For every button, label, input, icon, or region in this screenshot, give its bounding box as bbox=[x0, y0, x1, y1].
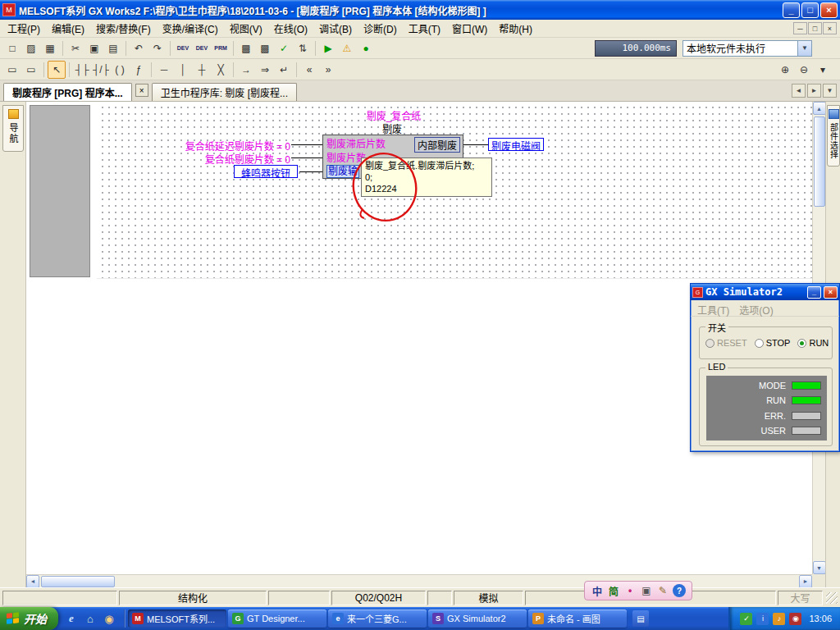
simulator-menu-tools[interactable]: 工具(T) bbox=[697, 303, 729, 313]
float-window-icon[interactable]: ▭ bbox=[22, 61, 40, 79]
show-desktop-icon[interactable]: ⌂ bbox=[83, 611, 98, 626]
fb-instance-title[interactable]: 剔废_复合纸 bbox=[328, 108, 459, 122]
menu-debug[interactable]: 调试(B) bbox=[313, 20, 358, 37]
watch-warning-icon[interactable]: ⚠ bbox=[338, 39, 356, 57]
menu-edit[interactable]: 编辑(E) bbox=[46, 20, 90, 37]
minimize-button[interactable]: _ bbox=[783, 2, 800, 18]
navigation-panel-tab[interactable]: 导航 bbox=[2, 105, 24, 152]
menu-find-replace[interactable]: 搜索/替换(F) bbox=[90, 20, 157, 37]
monitor-start-icon[interactable]: ▶ bbox=[319, 39, 337, 57]
radio-run-circle[interactable] bbox=[797, 339, 806, 348]
tab-library[interactable]: 卫生巾程序库: 剔废 [剔废程... bbox=[152, 83, 297, 101]
fb-input-pin-1[interactable]: 剔废滞后片数 bbox=[326, 136, 386, 150]
tab-scroll-left-icon[interactable]: ◄ bbox=[792, 84, 806, 98]
ime-softkeyboard-icon[interactable]: ▣ bbox=[640, 584, 653, 597]
media-player-icon[interactable]: ◉ bbox=[102, 611, 116, 626]
function-block-icon[interactable]: ƒ bbox=[130, 61, 148, 79]
mdi-minimize-button[interactable]: ─ bbox=[793, 22, 807, 34]
device-memory-icon[interactable]: DEV bbox=[193, 39, 211, 57]
mdi-close-button[interactable]: × bbox=[823, 22, 837, 34]
rebuild-all-icon[interactable]: ▩ bbox=[256, 39, 274, 57]
tab-program-body[interactable]: 剔废程序 [PRG] 程序本... bbox=[3, 83, 132, 101]
paste-icon[interactable]: ▤ bbox=[104, 39, 122, 57]
tray-update-icon[interactable]: ◉ bbox=[789, 613, 801, 625]
output-label-icon[interactable]: » bbox=[319, 61, 337, 79]
menu-compile[interactable]: 变换/编译(C) bbox=[157, 20, 224, 37]
input-operand-2[interactable]: 复合纸剔废片数 = 0 bbox=[158, 152, 290, 166]
menu-tools[interactable]: 工具(T) bbox=[403, 20, 446, 37]
build-icon[interactable]: ▩ bbox=[237, 39, 255, 57]
cut-icon[interactable]: ✂ bbox=[66, 39, 84, 57]
input-operand-3[interactable]: 蜂鸣器按钮 bbox=[234, 165, 298, 178]
taskbar-button-browser[interactable]: e 来一个三菱G... bbox=[328, 609, 427, 628]
combo-dropdown-icon[interactable]: ▼ bbox=[797, 41, 811, 56]
input-operand-1[interactable]: 复合纸延迟剔废片数 = 0 bbox=[141, 139, 290, 153]
scroll-right-icon[interactable]: ► bbox=[799, 575, 812, 588]
copy-icon[interactable]: ▣ bbox=[85, 39, 103, 57]
radio-stop[interactable]: STOP bbox=[755, 338, 791, 348]
tab-list-dropdown-icon[interactable]: ▼ bbox=[823, 84, 837, 98]
tray-antivirus-icon[interactable]: ✓ bbox=[740, 613, 752, 625]
closed-contact-icon[interactable]: ┤/├ bbox=[92, 61, 110, 79]
ime-simplified-icon[interactable]: 简 bbox=[607, 584, 620, 597]
ime-help-icon[interactable]: ? bbox=[673, 584, 686, 597]
simulator-close-button[interactable]: × bbox=[824, 286, 838, 299]
coil-icon[interactable]: ( ) bbox=[111, 61, 129, 79]
open-project-icon[interactable]: ▨ bbox=[22, 39, 40, 57]
menu-view[interactable]: 视图(V) bbox=[224, 20, 268, 37]
taskbar-button-gx-simulator[interactable]: S GX Simulator2 bbox=[428, 609, 527, 628]
element-selection-panel-tab[interactable]: 部件选择 bbox=[827, 105, 840, 167]
fb-output-pin[interactable]: 内部剔废 bbox=[414, 137, 460, 153]
ime-tools-icon[interactable]: ✎ bbox=[656, 584, 669, 597]
simulation-icon[interactable]: ● bbox=[357, 39, 375, 57]
vertical-scroll-thumb[interactable] bbox=[814, 116, 825, 207]
device-comment-icon[interactable]: DEV bbox=[174, 39, 192, 57]
program-check-icon[interactable]: ✓ bbox=[275, 39, 293, 57]
dock-window-icon[interactable]: ▭ bbox=[3, 61, 21, 79]
close-button[interactable]: × bbox=[820, 2, 838, 18]
zoom-in-icon[interactable]: ⊕ bbox=[776, 61, 794, 79]
undo-icon[interactable]: ↶ bbox=[130, 39, 148, 57]
open-contact-icon[interactable]: ┤├ bbox=[73, 61, 91, 79]
fb-type-name[interactable]: 剔废 bbox=[328, 121, 456, 135]
taskbar-button-gt-designer[interactable]: G GT Designer... bbox=[228, 609, 326, 628]
menu-online[interactable]: 在线(O) bbox=[268, 20, 313, 37]
scroll-down-icon[interactable]: ▼ bbox=[813, 561, 826, 574]
write-to-plc-icon[interactable]: ⇅ bbox=[294, 39, 312, 57]
redo-icon[interactable]: ↷ bbox=[148, 39, 167, 57]
internet-explorer-icon[interactable]: e bbox=[64, 611, 79, 626]
menu-diagnostics[interactable]: 诊断(D) bbox=[358, 20, 403, 37]
gx-simulator2-window[interactable]: G GX Simulator2 _ × 工具(T) 选项(O) 开关 RESET… bbox=[690, 283, 840, 452]
fb-input-pin-3-selection[interactable]: 剔废输 bbox=[326, 165, 359, 178]
menu-help[interactable]: 帮助(H) bbox=[493, 20, 538, 37]
input-label-icon[interactable]: « bbox=[300, 61, 318, 79]
zoom-out-icon[interactable]: ⊖ bbox=[795, 61, 813, 79]
jump-icon[interactable]: ⇒ bbox=[256, 61, 274, 79]
ime-chinese-mode-icon[interactable]: 中 bbox=[591, 584, 604, 597]
scroll-left-icon[interactable]: ◄ bbox=[26, 575, 39, 588]
mdi-restore-button[interactable]: □ bbox=[808, 22, 822, 34]
tab-close-button[interactable]: × bbox=[135, 84, 148, 97]
parameter-icon[interactable]: PRM bbox=[212, 39, 230, 57]
horizontal-scrollbar[interactable]: ◄ ► bbox=[26, 574, 812, 587]
fb-input-pin-2[interactable]: 剔废片数 bbox=[326, 150, 366, 164]
toolbar-more-icon[interactable]: ▾ bbox=[814, 61, 832, 79]
select-mode-icon[interactable]: ↖ bbox=[48, 61, 66, 79]
ime-punctuation-icon[interactable]: • bbox=[623, 584, 637, 597]
menu-project[interactable]: 工程(P) bbox=[2, 20, 46, 37]
radio-run[interactable]: RUN bbox=[797, 338, 829, 348]
horizontal-scroll-thumb[interactable] bbox=[41, 576, 115, 587]
delete-line-icon[interactable]: ╳ bbox=[212, 61, 230, 79]
save-project-icon[interactable]: ▦ bbox=[41, 39, 59, 57]
tray-network-icon[interactable]: i bbox=[756, 613, 769, 625]
radio-stop-circle[interactable] bbox=[755, 339, 764, 348]
label-icon[interactable]: → bbox=[237, 61, 255, 79]
menu-window[interactable]: 窗口(W) bbox=[446, 20, 493, 37]
simulator-menu-options[interactable]: 选项(O) bbox=[739, 303, 773, 313]
tab-scroll-right-icon[interactable]: ► bbox=[807, 84, 821, 98]
simulator-minimize-button[interactable]: _ bbox=[807, 286, 821, 299]
taskbar-button-paint[interactable]: P 未命名 - 画图 bbox=[528, 609, 627, 628]
horizontal-line-icon[interactable]: ─ bbox=[155, 61, 173, 79]
start-button[interactable]: 开始 bbox=[0, 607, 58, 630]
scroll-up-icon[interactable]: ▲ bbox=[813, 102, 826, 115]
